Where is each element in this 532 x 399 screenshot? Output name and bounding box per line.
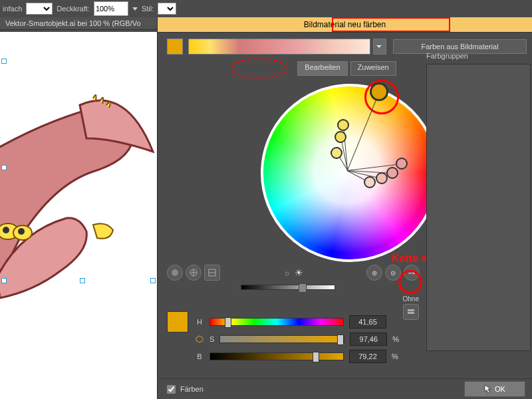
sun-dim-icon: ☼: [283, 269, 290, 277]
color-node[interactable]: [334, 131, 346, 143]
h-label: H: [195, 318, 204, 326]
limit-preset-menu-icon[interactable]: [403, 304, 419, 320]
opacity-label: Deckkraft:: [57, 5, 90, 13]
color-group-menu[interactable]: [373, 39, 386, 55]
selection-handle[interactable]: [80, 278, 85, 283]
b-label: B: [195, 352, 204, 360]
display-smooth-wheel-icon[interactable]: [167, 265, 183, 281]
hsb-swatch[interactable]: [167, 311, 188, 332]
style-select[interactable]: [158, 3, 176, 15]
current-color-swatch[interactable]: [167, 39, 183, 55]
document-tab[interactable]: Vektor-Smartobjekt.ai bei 100 % (RGB/Vo: [0, 17, 157, 30]
opacity-input[interactable]: [94, 1, 128, 16]
dialog-footer: Färben OK: [158, 378, 532, 399]
svg-point-1: [3, 227, 9, 233]
canvas[interactable]: [0, 32, 157, 399]
dialog-title: Bildmaterial neu färben: [304, 20, 386, 29]
annotation-dashed-tabs: [231, 59, 287, 78]
color-node[interactable]: [331, 147, 342, 159]
selection-handle[interactable]: [150, 278, 156, 283]
color-group-preview[interactable]: [188, 39, 370, 55]
selection-handle[interactable]: [1, 59, 7, 64]
app-toolbar: infach Deckkraft: Stil:: [0, 0, 532, 18]
brightness-hsb-slider[interactable]: [209, 352, 344, 360]
color-node[interactable]: [386, 167, 398, 179]
selection-handle[interactable]: [1, 278, 7, 283]
s-label: S: [209, 335, 214, 343]
hue-slider[interactable]: [209, 318, 344, 326]
remove-color-icon[interactable]: ⊖: [385, 265, 401, 281]
display-bars-icon[interactable]: [204, 265, 220, 281]
saturation-slider[interactable]: [219, 335, 344, 343]
opacity-dropdown-icon[interactable]: [132, 7, 138, 11]
cube-icon: [195, 335, 204, 343]
recolor-checkbox[interactable]: Färben: [164, 383, 203, 396]
brightness-slider[interactable]: [241, 285, 335, 290]
mode-label: infach: [3, 5, 22, 13]
percent-b: %: [392, 352, 398, 360]
recolor-checkbox-label: Färben: [180, 385, 203, 393]
brightness-value[interactable]: 79,22: [349, 350, 386, 363]
saturation-value[interactable]: 97,46: [350, 332, 387, 346]
color-groups-list[interactable]: [426, 64, 531, 351]
color-node[interactable]: [364, 176, 376, 188]
selection-handle[interactable]: [1, 165, 7, 170]
color-node[interactable]: [337, 119, 349, 131]
ok-button-label: OK: [495, 385, 505, 393]
add-color-icon[interactable]: ⊕: [366, 265, 382, 281]
canvas-area: Vektor-Smartobjekt.ai bei 100 % (RGB/Vo: [0, 17, 157, 399]
ok-button[interactable]: OK: [464, 381, 525, 397]
none-label: Ohne: [403, 295, 419, 303]
svg-rect-8: [408, 312, 414, 314]
style-label: Stil:: [142, 5, 154, 13]
dialog-title-bar: Bildmaterial neu färben: [158, 17, 532, 33]
sun-bright-icon: ☀: [295, 267, 303, 278]
percent-s: %: [392, 335, 399, 343]
recolor-checkbox-input[interactable]: [167, 385, 176, 394]
tab-assign[interactable]: Zuweisen: [350, 61, 396, 76]
color-node[interactable]: [376, 172, 388, 184]
cursor-icon: [484, 384, 492, 394]
link-harmony-icon[interactable]: ⊶: [404, 265, 420, 281]
svg-point-3: [18, 228, 25, 235]
svg-rect-7: [408, 309, 414, 311]
display-segmented-wheel-icon[interactable]: [186, 265, 201, 281]
color-wheel[interactable]: [261, 84, 434, 257]
dialog-body: Farben aus Bildmaterial Bearbeiten Zuwei…: [158, 32, 532, 379]
color-node[interactable]: [370, 82, 388, 101]
hue-value[interactable]: 41,65: [349, 315, 386, 329]
recolor-dialog: Bildmaterial neu färben Farben aus Bildm…: [157, 17, 532, 399]
color-node[interactable]: [396, 158, 408, 170]
color-groups-panel: Farbgruppen: [426, 52, 529, 372]
color-groups-label: Farbgruppen: [426, 52, 529, 60]
tab-edit[interactable]: Bearbeiten: [297, 61, 347, 76]
svg-point-4: [172, 269, 178, 276]
mode-select[interactable]: [26, 3, 53, 15]
